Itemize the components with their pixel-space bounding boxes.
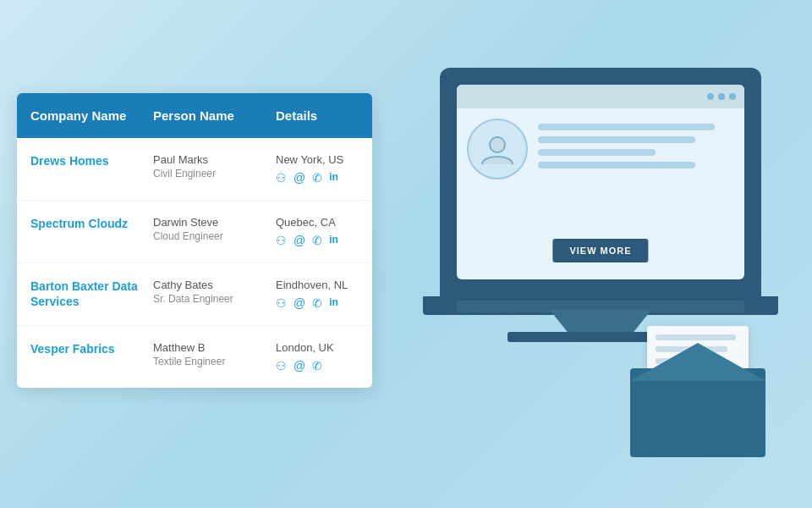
person-info: Paul MarksCivil Engineer [153, 153, 276, 179]
phone-icon[interactable]: ✆ [312, 359, 322, 373]
details-cell: Eindhoven, NL⚇@✆in [276, 279, 359, 310]
location: London, UK [276, 341, 359, 354]
person-name: Cathy Bates [153, 279, 276, 291]
location: New York, US [276, 153, 359, 166]
person-name: Matthew B [153, 341, 276, 354]
person-icon[interactable]: ⚇ [276, 296, 287, 310]
svg-point-0 [490, 137, 505, 152]
details-cell: New York, US⚇@✆in [276, 153, 359, 185]
location: Eindhoven, NL [276, 279, 359, 291]
person-info: Cathy BatesSr. Data Engineer [153, 279, 276, 305]
email-icon[interactable]: @ [294, 171, 305, 185]
browser-dot-2 [718, 93, 725, 100]
email-icon[interactable]: @ [294, 234, 305, 247]
envelope-body [630, 368, 765, 457]
phone-icon[interactable]: ✆ [312, 296, 322, 310]
profile-lines [538, 119, 734, 179]
laptop-screen-inner: VIEW MORE [457, 85, 744, 279]
person-info: Matthew BTextile Engineer [153, 341, 276, 367]
table-row: Drews HomesPaul MarksCivil EngineerNew Y… [17, 138, 372, 201]
person-info: Darwin SteveCloud Engineer [153, 216, 276, 242]
col-company: Company Name [30, 108, 153, 123]
company-name[interactable]: Vesper Fabrics [30, 341, 153, 356]
person-icon[interactable]: ⚇ [276, 359, 287, 373]
col-person: Person Name [153, 108, 276, 123]
details-cell: Quebec, CA⚇@✆in [276, 216, 359, 247]
person-icon[interactable]: ⚇ [276, 171, 287, 185]
email-icon[interactable]: @ [294, 359, 305, 373]
details-cell: London, UK⚇@✆ [276, 341, 359, 373]
profile-line-3 [538, 149, 656, 156]
table-row: Spectrum CloudzDarwin SteveCloud Enginee… [17, 201, 372, 263]
browser-dot-3 [729, 93, 736, 100]
avatar [467, 119, 528, 179]
table-header: Company Name Person Name Details [17, 93, 372, 138]
browser-bar [457, 85, 744, 108]
table-row: Vesper FabricsMatthew BTextile EngineerL… [17, 326, 372, 388]
linkedin-icon[interactable]: in [329, 296, 338, 310]
linkedin-icon[interactable]: in [329, 234, 338, 247]
person-title: Civil Engineer [153, 168, 276, 179]
view-more-button[interactable]: VIEW MORE [552, 239, 648, 262]
linkedin-icon[interactable]: in [329, 171, 338, 185]
contact-icons: ⚇@✆in [276, 234, 359, 247]
phone-icon[interactable]: ✆ [312, 171, 322, 185]
browser-content [457, 108, 744, 190]
person-name: Paul Marks [153, 153, 276, 166]
phone-icon[interactable]: ✆ [312, 234, 322, 247]
person-icon[interactable]: ⚇ [276, 234, 287, 247]
col-details: Details [276, 108, 359, 123]
email-icon[interactable]: @ [294, 296, 305, 310]
envelope-flap [630, 343, 765, 381]
table-body: Drews HomesPaul MarksCivil EngineerNew Y… [17, 138, 372, 388]
location: Quebec, CA [276, 216, 359, 229]
profile-line-2 [538, 136, 695, 143]
contact-icons: ⚇@✆in [276, 171, 359, 185]
person-title: Cloud Engineer [153, 230, 276, 242]
contact-icons: ⚇@✆ [276, 359, 359, 373]
profile-line-1 [538, 124, 715, 130]
table-row: Barton Baxter Data ServicesCathy BatesSr… [17, 263, 372, 326]
laptop-screen: VIEW MORE [440, 68, 761, 296]
browser-dot-1 [707, 93, 714, 100]
company-name[interactable]: Spectrum Cloudz [30, 216, 153, 231]
person-name: Darwin Steve [153, 216, 276, 229]
company-name[interactable]: Drews Homes [30, 153, 153, 168]
profile-line-4 [538, 162, 695, 168]
envelope-illustration [630, 347, 765, 457]
contact-icons: ⚇@✆in [276, 296, 359, 310]
person-title: Sr. Data Engineer [153, 293, 276, 305]
person-title: Textile Engineer [153, 356, 276, 367]
letter-line-1 [656, 334, 736, 340]
company-name[interactable]: Barton Baxter Data Services [30, 279, 153, 309]
data-table: Company Name Person Name Details Drews H… [17, 93, 372, 388]
